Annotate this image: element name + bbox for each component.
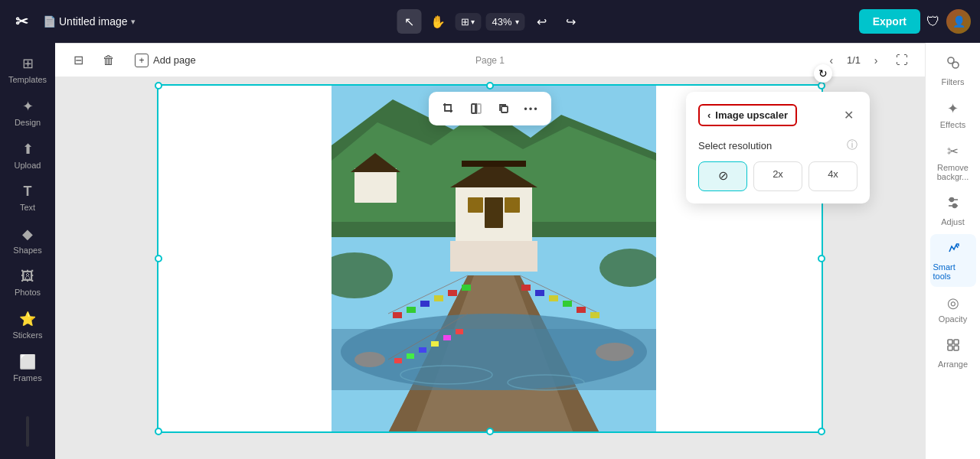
svg-rect-3	[501, 106, 508, 112]
design-icon: ✦	[22, 98, 34, 115]
layout-chevron: ▾	[471, 18, 475, 26]
sidebar-item-label-text: Text	[20, 203, 35, 212]
svg-point-53	[952, 204, 956, 208]
handle-bottom-middle[interactable]	[486, 428, 494, 435]
duplicate-button[interactable]	[492, 96, 516, 121]
panel-title: Image upscaler	[715, 109, 788, 121]
smart-tools-label: Smart tools	[933, 262, 973, 281]
zoom-value: 43%	[492, 16, 511, 28]
handle-middle-right[interactable]	[818, 255, 825, 262]
topbar-right: Export 🛡 👤	[859, 9, 971, 34]
image-upscaler-panel: ‹ Image upscaler ✕ Select resolution ⓘ ⊘…	[686, 92, 870, 203]
svg-rect-1	[477, 104, 481, 113]
sidebar-item-filters[interactable]: Filters	[930, 49, 976, 93]
shield-icon: 🛡	[926, 14, 940, 30]
more-options-button[interactable]: •••	[519, 96, 544, 121]
sidebar-item-opacity[interactable]: ◎ Opacity	[930, 288, 976, 330]
export-button[interactable]: Export	[859, 9, 920, 34]
svg-rect-0	[472, 104, 475, 113]
hand-tool-button[interactable]: ✋	[426, 9, 450, 34]
sidebar-item-label-upload: Upload	[15, 161, 41, 170]
svg-rect-54	[948, 340, 952, 344]
page-label: Page 1	[55, 49, 925, 72]
back-chevron-icon: ‹	[707, 109, 710, 121]
svg-point-51	[949, 198, 953, 202]
sidebar-item-shapes[interactable]: ◆ Shapes	[5, 220, 51, 261]
opacity-label: Opacity	[939, 314, 967, 324]
smart-tools-icon	[946, 240, 961, 259]
layout-dropdown[interactable]: ⊞ ▾	[455, 13, 481, 31]
frames-icon: ⬜	[19, 353, 36, 370]
original-res-icon: ⊘	[705, 168, 740, 183]
panel-close-button[interactable]: ✕	[839, 106, 858, 125]
upload-icon: ⬆	[22, 141, 34, 158]
flip-button[interactable]	[464, 96, 488, 121]
svg-rect-55	[954, 340, 959, 344]
right-sidebar: Filters ✦ Effects ✂ Remove backgr... Adj…	[925, 43, 980, 459]
svg-rect-56	[948, 346, 952, 350]
resolution-4x-option[interactable]: 4x	[808, 161, 858, 191]
remove-bg-icon: ✂	[947, 143, 959, 160]
handle-top-left[interactable]	[155, 82, 162, 90]
sidebar-item-label-design: Design	[15, 118, 41, 127]
canvas-area: Page 1 •••	[55, 43, 925, 459]
floating-toolbar: •••	[429, 92, 551, 125]
sidebar-item-label-photos: Photos	[15, 288, 41, 297]
templates-icon: ⊞	[22, 55, 34, 72]
sidebar-item-smart-tools[interactable]: Smart tools	[930, 234, 976, 287]
adjust-label: Adjust	[941, 217, 965, 226]
resolution-2x-option[interactable]: 2x	[753, 161, 802, 191]
panel-header: ‹ Image upscaler ✕	[698, 104, 858, 126]
crop-button[interactable]	[436, 96, 461, 121]
sidebar-item-templates[interactable]: ⊞ Templates	[5, 49, 51, 90]
document-icon: 📄	[43, 15, 56, 28]
filters-icon	[946, 55, 961, 74]
sidebar-collapse-handle[interactable]	[26, 416, 29, 447]
zoom-control[interactable]: 43% ▾	[485, 13, 524, 31]
arrange-label: Arrange	[938, 360, 968, 369]
resolution-options: ⊘ 2x 4x	[698, 161, 858, 191]
filters-label: Filters	[942, 77, 965, 86]
sidebar-item-stickers[interactable]: ⭐ Stickers	[5, 304, 51, 346]
handle-bottom-right[interactable]	[818, 428, 825, 435]
close-icon: ✕	[844, 108, 854, 122]
sidebar-item-effects[interactable]: ✦ Effects	[930, 94, 976, 135]
sidebar-item-label-frames: Frames	[13, 373, 41, 382]
info-icon: ⓘ	[847, 138, 858, 152]
stickers-icon: ⭐	[19, 311, 36, 327]
2x-label: 2x	[773, 168, 783, 180]
app-logo[interactable]: ✂	[9, 9, 34, 34]
resolution-original-option[interactable]: ⊘	[698, 161, 747, 191]
document-title: Untitled image	[59, 15, 128, 28]
document-title-area[interactable]: 📄 Untitled image ▾	[43, 15, 136, 28]
sidebar-item-adjust[interactable]: Adjust	[930, 189, 976, 233]
sidebar-item-upload[interactable]: ⬆ Upload	[5, 135, 51, 176]
sidebar-item-frames[interactable]: ⬜ Frames	[5, 347, 51, 389]
svg-rect-57	[954, 346, 959, 350]
handle-top-middle[interactable]	[486, 82, 494, 90]
layout-icon: ⊞	[461, 16, 469, 28]
handle-bottom-left[interactable]	[155, 428, 162, 435]
left-sidebar: ⊞ Templates ✦ Design ⬆ Upload T Text ◆ S…	[0, 43, 55, 459]
sidebar-item-arrange[interactable]: Arrange	[930, 331, 976, 375]
user-avatar[interactable]: 👤	[946, 9, 971, 34]
undo-button[interactable]: ↩	[530, 9, 554, 34]
main-layout: ⊞ Templates ✦ Design ⬆ Upload T Text ◆ S…	[0, 43, 980, 459]
title-chevron: ▾	[131, 17, 136, 27]
redo-button[interactable]: ↪	[559, 9, 583, 34]
svg-point-49	[952, 62, 959, 68]
select-tool-button[interactable]: ↖	[397, 9, 421, 34]
sidebar-item-label-stickers: Stickers	[12, 330, 42, 340]
sidebar-item-remove-bg[interactable]: ✂ Remove backgr...	[930, 137, 976, 187]
handle-top-right[interactable]	[818, 82, 825, 90]
remove-bg-label: Remove backgr...	[933, 163, 973, 181]
handle-middle-left[interactable]	[155, 255, 162, 262]
arrange-icon	[946, 337, 961, 356]
shapes-icon: ◆	[22, 226, 33, 243]
sidebar-item-photos[interactable]: 🖼 Photos	[5, 262, 51, 303]
panel-section-title: Select resolution ⓘ	[698, 138, 858, 152]
sidebar-item-design[interactable]: ✦ Design	[5, 92, 51, 133]
sidebar-item-text[interactable]: T Text	[5, 177, 51, 218]
panel-back-button[interactable]: ‹ Image upscaler	[698, 104, 797, 126]
adjust-icon	[946, 195, 961, 214]
